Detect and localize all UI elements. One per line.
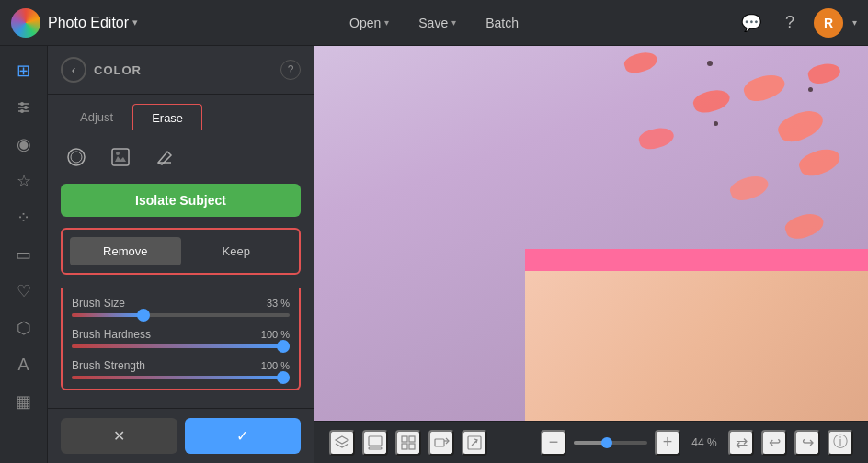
panel-footer: ✕ ✓ xyxy=(48,408,314,463)
zoom-label: 44 % xyxy=(688,436,721,449)
svg-rect-14 xyxy=(402,436,407,442)
tool-icons-row xyxy=(48,130,314,184)
erase-tool-button[interactable] xyxy=(149,141,180,173)
sidebar-icon-eye[interactable]: ◉ xyxy=(6,127,41,162)
svg-point-9 xyxy=(116,152,120,155)
svg-marker-11 xyxy=(336,436,348,444)
color-panel: ‹ COLOR ? Adjust Erase xyxy=(48,46,314,463)
save-button[interactable]: Save ▾ xyxy=(405,10,469,36)
sidebar-icon-rectangle[interactable]: ▭ xyxy=(6,237,41,272)
brush-strength-slider[interactable] xyxy=(72,376,290,379)
sidebar-icon-shape[interactable]: ⬡ xyxy=(6,311,41,345)
svg-rect-13 xyxy=(369,447,382,449)
keep-button[interactable]: Keep xyxy=(181,237,292,265)
avatar[interactable]: R xyxy=(814,8,843,38)
sidebar-icon-text[interactable]: A xyxy=(6,347,41,382)
brush-sliders: Brush Size 33 % Brush Hardness 100 % xyxy=(61,288,301,390)
zoom-slider[interactable] xyxy=(574,441,647,445)
icon-sidebar: ⊞ ◉ ☆ ⁘ ▭ ♡ ⬡ A ▦ xyxy=(0,46,48,463)
panel-help-button[interactable]: ? xyxy=(280,60,301,80)
panel-title: COLOR xyxy=(94,63,273,77)
circle-tool-button[interactable] xyxy=(61,141,92,173)
brush-hardness-row: Brush Hardness 100 % xyxy=(72,328,290,348)
svg-rect-18 xyxy=(435,439,444,446)
app-title-text: Photo Editor xyxy=(48,15,129,31)
bottom-toolbar: − + 44 % ⇄ ↩ ↪ ⓘ xyxy=(314,421,868,463)
brush-size-row: Brush Size 33 % xyxy=(72,297,290,317)
panel-tabs: Adjust Erase xyxy=(48,95,314,130)
back-button[interactable]: ‹ xyxy=(61,57,86,83)
topbar: Photo Editor ▾ Open ▾ Save ▾ Batch 💬 ? R… xyxy=(0,0,868,46)
info-button[interactable]: ⓘ xyxy=(828,430,853,456)
help-icon[interactable]: ? xyxy=(775,8,805,38)
svg-rect-17 xyxy=(409,444,415,449)
export-icon[interactable] xyxy=(462,430,487,456)
topbar-right: 💬 ? R ▾ xyxy=(737,8,857,38)
panel-header: ‹ COLOR ? xyxy=(48,46,314,95)
brush-size-slider[interactable] xyxy=(72,313,290,317)
open-button[interactable]: Open ▾ xyxy=(337,10,402,36)
resize-icon[interactable] xyxy=(428,430,454,456)
brush-hardness-slider[interactable] xyxy=(72,344,290,348)
rotate-button[interactable]: ⇄ xyxy=(728,430,754,456)
svg-rect-15 xyxy=(409,436,415,442)
confirm-button[interactable]: ✓ xyxy=(185,418,302,454)
zoom-control: − + 44 % xyxy=(541,430,721,456)
main-content: ⊞ ◉ ☆ ⁘ ▭ ♡ ⬡ A ▦ ‹ COLOR ? Adjust xyxy=(0,46,868,463)
zoom-plus-button[interactable]: + xyxy=(655,430,680,456)
sidebar-icon-nodes[interactable]: ⁘ xyxy=(6,200,41,235)
brush-size-value: 33 % xyxy=(267,298,290,309)
svg-rect-12 xyxy=(369,436,382,446)
svg-point-5 xyxy=(20,109,24,113)
brush-strength-row: Brush Strength 100 % xyxy=(72,359,290,379)
chat-icon[interactable]: 💬 xyxy=(737,8,766,38)
brush-size-label: Brush Size xyxy=(72,297,125,310)
redo-button[interactable]: ↪ xyxy=(794,430,820,456)
sidebar-icon-texture[interactable]: ▦ xyxy=(6,384,41,419)
app-title-chevron[interactable]: ▾ xyxy=(132,17,138,28)
image-tool-button[interactable] xyxy=(105,141,136,173)
svg-point-3 xyxy=(20,102,24,106)
app-logo[interactable] xyxy=(11,8,40,38)
cancel-button[interactable]: ✕ xyxy=(61,418,177,454)
isolate-subject-button[interactable]: Isolate Subject xyxy=(61,184,301,217)
sidebar-icon-sliders[interactable] xyxy=(6,90,41,125)
app-title-group: Photo Editor ▾ xyxy=(48,15,138,31)
canvas-image[interactable] xyxy=(314,46,868,421)
grid-icon[interactable] xyxy=(395,430,421,456)
brush-hardness-value: 100 % xyxy=(261,329,290,340)
brush-strength-value: 100 % xyxy=(261,360,290,371)
tab-erase[interactable]: Erase xyxy=(132,104,202,130)
avatar-chevron[interactable]: ▾ xyxy=(852,17,857,28)
svg-point-4 xyxy=(24,106,28,109)
sidebar-icon-grid[interactable]: ⊞ xyxy=(6,53,41,88)
tab-adjust[interactable]: Adjust xyxy=(61,104,132,130)
layers-icon[interactable] xyxy=(329,430,355,456)
batch-button[interactable]: Batch xyxy=(473,10,531,36)
remove-button[interactable]: Remove xyxy=(70,237,181,265)
remove-keep-toggle: Remove Keep xyxy=(61,228,301,275)
canvas-area: − + 44 % ⇄ ↩ ↪ ⓘ xyxy=(314,46,868,463)
brush-strength-label: Brush Strength xyxy=(72,359,145,372)
undo-button[interactable]: ↩ xyxy=(761,430,787,456)
svg-rect-16 xyxy=(402,444,407,449)
svg-rect-7 xyxy=(71,152,82,163)
brush-hardness-label: Brush Hardness xyxy=(72,328,151,341)
stamp-icon[interactable] xyxy=(362,430,388,456)
sidebar-icon-star[interactable]: ☆ xyxy=(6,164,41,198)
svg-rect-8 xyxy=(112,149,129,165)
sidebar-icon-heart[interactable]: ♡ xyxy=(6,274,41,309)
zoom-minus-button[interactable]: − xyxy=(541,430,566,456)
topbar-nav: Open ▾ Save ▾ Batch xyxy=(337,10,531,36)
